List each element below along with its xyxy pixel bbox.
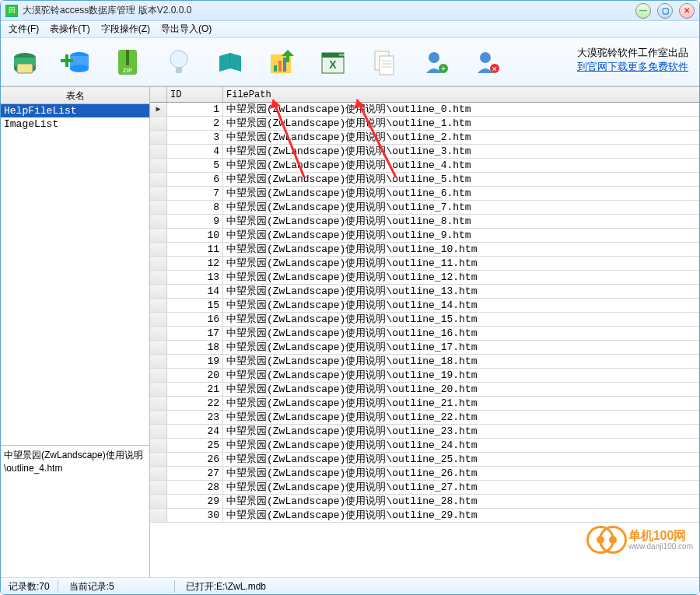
row-selector[interactable] [150,201,167,214]
grid-row[interactable]: 29中望景园(ZwLandscape)使用说明\outline_28.htm [150,495,699,509]
row-selector[interactable] [150,117,167,130]
close-button[interactable]: ✕ [679,3,695,19]
grid-row[interactable]: 24中望景园(ZwLandscape)使用说明\outline_23.htm [150,425,699,439]
cell-filepath[interactable]: 中望景园(ZwLandscape)使用说明\outline_22.htm [223,411,699,424]
grid-body[interactable]: ▶1中望景园(ZwLandscape)使用说明\outline_0.htm2中望… [150,103,699,577]
cell-filepath[interactable]: 中望景园(ZwLandscape)使用说明\outline_24.htm [223,439,699,452]
grid-row[interactable]: 16中望景园(ZwLandscape)使用说明\outline_15.htm [150,313,699,327]
grid-row[interactable]: 25中望景园(ZwLandscape)使用说明\outline_24.htm [150,439,699,453]
cell-id[interactable]: 1 [167,103,223,116]
row-selector[interactable] [150,397,167,410]
grid-row[interactable]: ▶1中望景园(ZwLandscape)使用说明\outline_0.htm [150,103,699,117]
row-selector[interactable] [150,425,167,438]
cell-filepath[interactable]: 中望景园(ZwLandscape)使用说明\outline_20.htm [223,383,699,396]
grid-row[interactable]: 10中望景园(ZwLandscape)使用说明\outline_9.htm [150,229,699,243]
cell-id[interactable]: 17 [167,327,223,340]
row-selector[interactable]: ▶ [150,103,167,116]
cell-id[interactable]: 11 [167,243,223,256]
row-selector[interactable] [150,187,167,200]
cell-filepath[interactable]: 中望景园(ZwLandscape)使用说明\outline_3.htm [223,145,699,158]
cell-id[interactable]: 15 [167,299,223,312]
table-list-item[interactable]: HelpFileList [1,104,149,117]
row-selector[interactable] [150,285,167,298]
cell-filepath[interactable]: 中望景园(ZwLandscape)使用说明\outline_7.htm [223,201,699,214]
grid-row[interactable]: 30中望景园(ZwLandscape)使用说明\outline_29.htm [150,509,699,523]
cell-filepath[interactable]: 中望景园(ZwLandscape)使用说明\outline_21.htm [223,397,699,410]
cell-id[interactable]: 10 [167,229,223,242]
cell-id[interactable]: 29 [167,495,223,508]
grid-row[interactable]: 14中望景园(ZwLandscape)使用说明\outline_13.htm [150,285,699,299]
title-bar[interactable]: 田 大漠驼铃access数据库管理 版本V2.0.0.0 — ▢ ✕ [1,1,699,21]
cell-filepath[interactable]: 中望景园(ZwLandscape)使用说明\outline_28.htm [223,495,699,508]
cell-id[interactable]: 18 [167,341,223,354]
grid-row[interactable]: 22中望景园(ZwLandscape)使用说明\outline_21.htm [150,397,699,411]
cell-filepath[interactable]: 中望景园(ZwLandscape)使用说明\outline_16.htm [223,327,699,340]
row-selector[interactable] [150,481,167,494]
row-selector[interactable] [150,243,167,256]
cell-id[interactable]: 6 [167,173,223,186]
cell-id[interactable]: 8 [167,201,223,214]
cell-id[interactable]: 16 [167,313,223,326]
cell-id[interactable]: 5 [167,159,223,172]
grid-row[interactable]: 23中望景园(ZwLandscape)使用说明\outline_22.htm [150,411,699,425]
cell-id[interactable]: 21 [167,383,223,396]
row-selector[interactable] [150,131,167,144]
menu-field[interactable]: 字段操作(Z) [98,21,153,37]
add-user-button[interactable]: + [419,46,452,79]
grid-row[interactable]: 26中望景园(ZwLandscape)使用说明\outline_25.htm [150,453,699,467]
col-id-header[interactable]: ID [167,87,223,102]
cell-id[interactable]: 4 [167,145,223,158]
row-selector[interactable] [150,145,167,158]
row-selector[interactable] [150,313,167,326]
cell-filepath[interactable]: 中望景园(ZwLandscape)使用说明\outline_19.htm [223,369,699,382]
cell-filepath[interactable]: 中望景园(ZwLandscape)使用说明\outline_11.htm [223,257,699,270]
cell-id[interactable]: 19 [167,355,223,368]
grid-row[interactable]: 11中望景园(ZwLandscape)使用说明\outline_10.htm [150,243,699,257]
row-selector[interactable] [150,453,167,466]
minimize-button[interactable]: — [635,3,651,19]
menu-import[interactable]: 导出导入(O) [158,21,215,37]
cell-filepath[interactable]: 中望景园(ZwLandscape)使用说明\outline_23.htm [223,425,699,438]
grid-row[interactable]: 21中望景园(ZwLandscape)使用说明\outline_20.htm [150,383,699,397]
col-filepath-header[interactable]: FilePath [223,87,699,102]
cell-id[interactable]: 22 [167,397,223,410]
row-selector[interactable] [150,411,167,424]
cell-filepath[interactable]: 中望景园(ZwLandscape)使用说明\outline_27.htm [223,481,699,494]
cell-id[interactable]: 24 [167,425,223,438]
cell-id[interactable]: 9 [167,215,223,228]
cell-id[interactable]: 30 [167,509,223,522]
cell-id[interactable]: 13 [167,271,223,284]
table-list[interactable]: HelpFileListImageList [1,104,149,445]
row-selector[interactable] [150,173,167,186]
cell-filepath[interactable]: 中望景园(ZwLandscape)使用说明\outline_9.htm [223,229,699,242]
grid-row[interactable]: 15中望景园(ZwLandscape)使用说明\outline_14.htm [150,299,699,313]
grid-row[interactable]: 20中望景园(ZwLandscape)使用说明\outline_19.htm [150,369,699,383]
grid-row[interactable]: 8中望景园(ZwLandscape)使用说明\outline_7.htm [150,201,699,215]
row-selector[interactable] [150,467,167,480]
row-selector[interactable] [150,299,167,312]
row-selector[interactable] [150,229,167,242]
cell-filepath[interactable]: 中望景园(ZwLandscape)使用说明\outline_14.htm [223,299,699,312]
remove-user-button[interactable]: ✕ [471,46,503,79]
cell-id[interactable]: 28 [167,481,223,494]
table-list-item[interactable]: ImageList [1,117,149,131]
cell-filepath[interactable]: 中望景园(ZwLandscape)使用说明\outline_26.htm [223,467,699,480]
cell-id[interactable]: 2 [167,117,223,130]
row-selector[interactable] [150,355,167,368]
grid-row[interactable]: 27中望景园(ZwLandscape)使用说明\outline_26.htm [150,467,699,481]
grid-row[interactable]: 28中望景园(ZwLandscape)使用说明\outline_27.htm [150,481,699,495]
cell-filepath[interactable]: 中望景园(ZwLandscape)使用说明\outline_17.htm [223,341,699,354]
export-chart-button[interactable] [265,46,298,79]
grid-row[interactable]: 4中望景园(ZwLandscape)使用说明\outline_3.htm [150,145,699,159]
cell-id[interactable]: 7 [167,187,223,200]
row-selector[interactable] [150,495,167,508]
cell-filepath[interactable]: 中望景园(ZwLandscape)使用说明\outline_0.htm [223,103,699,116]
cell-filepath[interactable]: 中望景园(ZwLandscape)使用说明\outline_1.htm [223,117,699,130]
row-selector[interactable] [150,327,167,340]
row-selector[interactable] [150,271,167,284]
book-button[interactable] [214,46,247,79]
cell-id[interactable]: 23 [167,411,223,424]
cell-filepath[interactable]: 中望景园(ZwLandscape)使用说明\outline_6.htm [223,187,699,200]
copy-button[interactable] [368,46,401,79]
grid-row[interactable]: 18中望景园(ZwLandscape)使用说明\outline_17.htm [150,341,699,355]
